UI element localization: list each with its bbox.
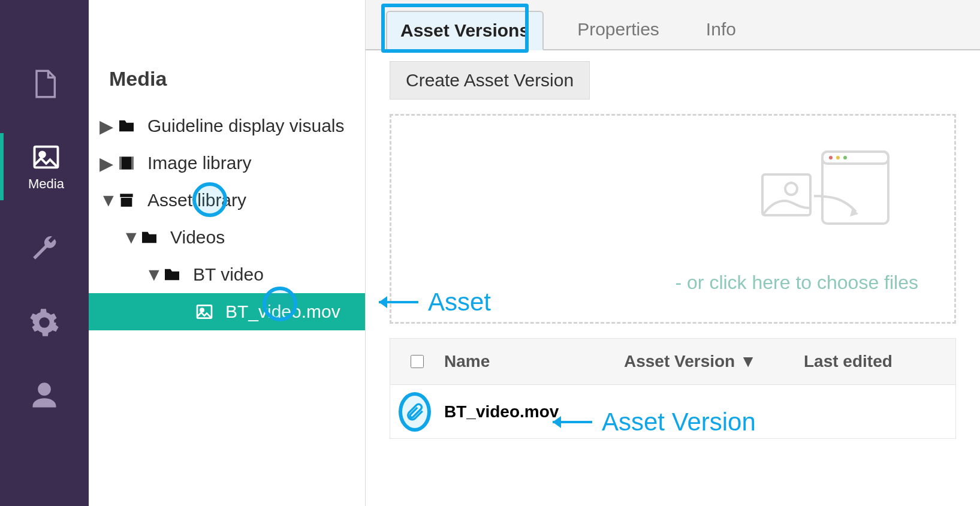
archive-icon — [116, 190, 137, 210]
document-icon — [37, 71, 55, 97]
rail-item-user[interactable] — [0, 372, 89, 420]
tree-title: Media — [89, 67, 365, 107]
create-asset-version-button[interactable]: Create Asset Version — [390, 61, 590, 100]
rail-item-tools[interactable] — [0, 225, 89, 273]
caret-down-icon: ▼ — [740, 352, 756, 371]
caret-down-icon: ▼ — [122, 227, 133, 248]
rail-item-settings[interactable] — [0, 299, 89, 347]
tab-label: Info — [706, 19, 736, 40]
tree-node-label: BT_video.mov — [225, 302, 340, 322]
svg-rect-2 — [119, 156, 122, 169]
tree-node-guideline[interactable]: ▶ Guideline display visuals — [89, 107, 365, 144]
toolbar: Create Asset Version — [366, 50, 980, 110]
tree-node-label: BT video — [193, 264, 264, 285]
select-all-checkbox[interactable] — [411, 355, 424, 368]
folder-icon — [162, 264, 182, 285]
dropzone-graphic — [756, 144, 894, 243]
rail-item-documents[interactable] — [0, 60, 89, 108]
wrench-icon — [33, 236, 56, 260]
col-header-name[interactable]: Name — [444, 352, 624, 371]
dropzone-hint: - or click here to choose files — [676, 272, 919, 294]
svg-point-5 — [200, 309, 203, 312]
svg-point-7 — [785, 183, 797, 195]
tree-node-btvideo-mov[interactable]: BT_video.mov — [89, 293, 365, 330]
tree-node-assetlib[interactable]: ▼ Asset library — [89, 182, 365, 219]
tree-node-label: Asset library — [147, 190, 246, 210]
svg-rect-6 — [762, 174, 810, 215]
tree-node-label: Image library — [147, 153, 251, 173]
caret-down-icon: ▼ — [145, 264, 156, 285]
main-panel: Asset Versions Properties Info Create As… — [366, 0, 980, 506]
folder-icon — [116, 116, 137, 136]
svg-point-12 — [843, 156, 847, 159]
gear-icon — [30, 309, 58, 336]
tab-properties[interactable]: Properties — [564, 10, 673, 49]
paperclip-icon — [405, 402, 425, 422]
svg-point-11 — [836, 156, 840, 159]
tab-label: Properties — [577, 19, 659, 40]
tree-node-videos[interactable]: ▼ Videos — [89, 219, 365, 256]
film-icon — [116, 153, 137, 173]
nav-rail: Media — [0, 0, 89, 506]
tree-node-label: Guideline display visuals — [147, 116, 345, 136]
folder-icon — [139, 227, 159, 248]
tree-node-label: Videos — [170, 227, 225, 248]
tab-info[interactable]: Info — [693, 10, 749, 49]
user-icon — [33, 382, 56, 407]
file-dropzone[interactable]: - or click here to choose files — [390, 114, 956, 324]
tab-label: Asset Versions — [400, 20, 529, 41]
tree-node-imagelib[interactable]: ▶ Image library — [89, 144, 365, 182]
annotation-ring — [399, 392, 431, 432]
tree-node-btvideo[interactable]: ▼ BT video — [89, 256, 365, 293]
row-name: BT_video.mov — [444, 402, 624, 421]
svg-point-0 — [40, 152, 45, 157]
caret-right-icon: ▶ — [99, 153, 110, 174]
col-header-last-edited[interactable]: Last edited — [804, 352, 955, 371]
col-header-asset-version[interactable]: Asset Version▼ — [624, 352, 804, 371]
svg-point-10 — [829, 156, 833, 159]
rail-item-media[interactable]: Media — [0, 133, 89, 200]
svg-rect-3 — [131, 156, 134, 169]
rail-item-label: Media — [28, 176, 64, 192]
asset-image-icon — [194, 302, 215, 322]
tab-asset-versions[interactable]: Asset Versions — [386, 11, 544, 50]
version-table-header: Name Asset Version▼ Last edited — [390, 338, 956, 385]
caret-down-icon: ▼ — [99, 190, 110, 210]
col-header-label: Asset Version — [624, 352, 735, 371]
tree-panel: Media ▶ Guideline display visuals ▶ Imag… — [89, 0, 366, 506]
version-table-row[interactable]: BT_video.mov — [390, 385, 956, 439]
tab-bar: Asset Versions Properties Info — [366, 0, 980, 50]
caret-right-icon: ▶ — [99, 116, 110, 137]
